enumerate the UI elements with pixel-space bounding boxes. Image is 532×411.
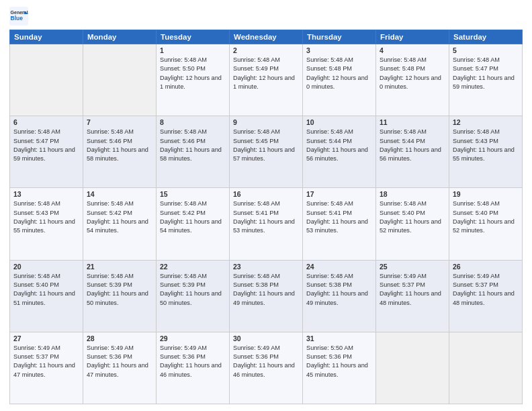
day-number: 28 — [87, 334, 152, 342]
day-number: 30 — [233, 334, 299, 342]
day-number: 10 — [306, 118, 372, 126]
day-number: 16 — [233, 190, 299, 198]
day-number: 21 — [87, 263, 152, 271]
calendar-cell: 6Sunrise: 5:48 AMSunset: 5:47 PMDaylight… — [10, 116, 83, 188]
logo-icon: General Blue — [9, 7, 28, 26]
calendar-cell: 11Sunrise: 5:48 AMSunset: 5:44 PMDayligh… — [376, 116, 449, 188]
day-detail: Sunrise: 5:48 AMSunset: 5:41 PMDaylight:… — [306, 199, 372, 235]
weekday-header-monday: Monday — [83, 30, 157, 44]
calendar-cell: 14Sunrise: 5:48 AMSunset: 5:42 PMDayligh… — [83, 188, 157, 260]
week-row-2: 13Sunrise: 5:48 AMSunset: 5:43 PMDayligh… — [10, 188, 523, 260]
day-number: 19 — [453, 190, 519, 198]
day-detail: Sunrise: 5:48 AMSunset: 5:43 PMDaylight:… — [13, 199, 79, 235]
calendar-cell: 30Sunrise: 5:49 AMSunset: 5:36 PMDayligh… — [230, 332, 303, 404]
day-detail: Sunrise: 5:48 AMSunset: 5:46 PMDaylight:… — [160, 128, 226, 163]
day-detail: Sunrise: 5:48 AMSunset: 5:39 PMDaylight:… — [160, 272, 226, 308]
week-row-4: 27Sunrise: 5:49 AMSunset: 5:37 PMDayligh… — [10, 332, 523, 404]
day-number: 29 — [160, 334, 226, 342]
day-detail: Sunrise: 5:49 AMSunset: 5:36 PMDaylight:… — [160, 344, 226, 379]
calendar-cell: 24Sunrise: 5:48 AMSunset: 5:38 PMDayligh… — [303, 260, 376, 332]
calendar-cell: 26Sunrise: 5:49 AMSunset: 5:37 PMDayligh… — [449, 260, 523, 332]
logo: General Blue — [9, 7, 28, 26]
day-detail: Sunrise: 5:48 AMSunset: 5:43 PMDaylight:… — [453, 128, 519, 163]
week-row-0: 1Sunrise: 5:48 AMSunset: 5:50 PMDaylight… — [10, 44, 523, 116]
day-number: 31 — [306, 334, 372, 342]
calendar-cell: 12Sunrise: 5:48 AMSunset: 5:43 PMDayligh… — [449, 116, 523, 188]
day-detail: Sunrise: 5:48 AMSunset: 5:44 PMDaylight:… — [306, 128, 372, 163]
header: General Blue — [9, 7, 523, 26]
calendar-table: SundayMondayTuesdayWednesdayThursdayFrid… — [9, 30, 523, 404]
day-detail: Sunrise: 5:48 AMSunset: 5:46 PMDaylight:… — [87, 128, 152, 163]
calendar-cell: 18Sunrise: 5:48 AMSunset: 5:40 PMDayligh… — [376, 188, 449, 260]
day-detail: Sunrise: 5:48 AMSunset: 5:39 PMDaylight:… — [87, 272, 152, 308]
day-detail: Sunrise: 5:48 AMSunset: 5:38 PMDaylight:… — [233, 272, 299, 308]
calendar-cell: 1Sunrise: 5:48 AMSunset: 5:50 PMDaylight… — [157, 44, 230, 116]
day-number: 24 — [306, 263, 372, 271]
weekday-header-friday: Friday — [376, 30, 449, 44]
day-detail: Sunrise: 5:48 AMSunset: 5:41 PMDaylight:… — [233, 199, 299, 235]
day-number: 23 — [233, 263, 299, 271]
day-detail: Sunrise: 5:48 AMSunset: 5:40 PMDaylight:… — [380, 199, 445, 235]
calendar-cell: 31Sunrise: 5:50 AMSunset: 5:36 PMDayligh… — [303, 332, 376, 404]
week-row-1: 6Sunrise: 5:48 AMSunset: 5:47 PMDaylight… — [10, 116, 523, 188]
day-detail: Sunrise: 5:49 AMSunset: 5:37 PMDaylight:… — [13, 344, 79, 379]
calendar-cell: 19Sunrise: 5:48 AMSunset: 5:40 PMDayligh… — [449, 188, 523, 260]
calendar-cell — [83, 44, 157, 116]
weekday-header-saturday: Saturday — [449, 30, 523, 44]
day-number: 9 — [233, 118, 299, 126]
day-detail: Sunrise: 5:48 AMSunset: 5:47 PMDaylight:… — [13, 128, 79, 163]
day-number: 12 — [453, 118, 519, 126]
calendar-cell: 2Sunrise: 5:48 AMSunset: 5:49 PMDaylight… — [230, 44, 303, 116]
day-detail: Sunrise: 5:48 AMSunset: 5:42 PMDaylight:… — [87, 199, 152, 235]
day-detail: Sunrise: 5:48 AMSunset: 5:42 PMDaylight:… — [160, 199, 226, 235]
calendar-cell: 8Sunrise: 5:48 AMSunset: 5:46 PMDaylight… — [157, 116, 230, 188]
day-number: 4 — [380, 46, 445, 54]
calendar-cell: 3Sunrise: 5:48 AMSunset: 5:48 PMDaylight… — [303, 44, 376, 116]
calendar-cell: 10Sunrise: 5:48 AMSunset: 5:44 PMDayligh… — [303, 116, 376, 188]
calendar-cell: 7Sunrise: 5:48 AMSunset: 5:46 PMDaylight… — [83, 116, 157, 188]
day-detail: Sunrise: 5:48 AMSunset: 5:40 PMDaylight:… — [13, 272, 79, 308]
day-number: 20 — [13, 263, 79, 271]
calendar-cell — [10, 44, 83, 116]
day-detail: Sunrise: 5:50 AMSunset: 5:36 PMDaylight:… — [306, 344, 372, 379]
calendar-cell — [449, 332, 523, 404]
day-number: 15 — [160, 190, 226, 198]
calendar-cell: 13Sunrise: 5:48 AMSunset: 5:43 PMDayligh… — [10, 188, 83, 260]
day-detail: Sunrise: 5:49 AMSunset: 5:37 PMDaylight:… — [380, 272, 445, 308]
weekday-header-thursday: Thursday — [303, 30, 376, 44]
weekday-header-tuesday: Tuesday — [157, 30, 230, 44]
calendar-cell: 23Sunrise: 5:48 AMSunset: 5:38 PMDayligh… — [230, 260, 303, 332]
day-number: 13 — [13, 190, 79, 198]
calendar-cell: 22Sunrise: 5:48 AMSunset: 5:39 PMDayligh… — [157, 260, 230, 332]
calendar-page: General Blue SundayMondayTuesdayWednesda… — [0, 0, 532, 411]
day-number: 25 — [380, 263, 445, 271]
calendar-cell — [376, 332, 449, 404]
day-detail: Sunrise: 5:49 AMSunset: 5:36 PMDaylight:… — [233, 344, 299, 379]
weekday-header-row: SundayMondayTuesdayWednesdayThursdayFrid… — [10, 30, 523, 44]
day-number: 2 — [233, 46, 299, 54]
calendar-cell: 25Sunrise: 5:49 AMSunset: 5:37 PMDayligh… — [376, 260, 449, 332]
day-detail: Sunrise: 5:48 AMSunset: 5:50 PMDaylight:… — [160, 56, 226, 91]
calendar-cell: 17Sunrise: 5:48 AMSunset: 5:41 PMDayligh… — [303, 188, 376, 260]
calendar-cell: 28Sunrise: 5:49 AMSunset: 5:36 PMDayligh… — [83, 332, 157, 404]
day-detail: Sunrise: 5:49 AMSunset: 5:36 PMDaylight:… — [87, 344, 152, 379]
week-row-3: 20Sunrise: 5:48 AMSunset: 5:40 PMDayligh… — [10, 260, 523, 332]
svg-text:Blue: Blue — [11, 15, 24, 21]
calendar-cell: 27Sunrise: 5:49 AMSunset: 5:37 PMDayligh… — [10, 332, 83, 404]
day-number: 6 — [13, 118, 79, 126]
day-detail: Sunrise: 5:48 AMSunset: 5:44 PMDaylight:… — [380, 128, 445, 163]
day-number: 1 — [160, 46, 226, 54]
calendar-cell: 29Sunrise: 5:49 AMSunset: 5:36 PMDayligh… — [157, 332, 230, 404]
day-detail: Sunrise: 5:48 AMSunset: 5:49 PMDaylight:… — [233, 56, 299, 91]
day-detail: Sunrise: 5:48 AMSunset: 5:40 PMDaylight:… — [453, 199, 519, 235]
day-number: 7 — [87, 118, 152, 126]
calendar-cell: 4Sunrise: 5:48 AMSunset: 5:48 PMDaylight… — [376, 44, 449, 116]
calendar-cell: 15Sunrise: 5:48 AMSunset: 5:42 PMDayligh… — [157, 188, 230, 260]
day-number: 26 — [453, 263, 519, 271]
day-number: 14 — [87, 190, 152, 198]
calendar-cell: 5Sunrise: 5:48 AMSunset: 5:47 PMDaylight… — [449, 44, 523, 116]
weekday-header-wednesday: Wednesday — [230, 30, 303, 44]
calendar-cell: 9Sunrise: 5:48 AMSunset: 5:45 PMDaylight… — [230, 116, 303, 188]
day-detail: Sunrise: 5:49 AMSunset: 5:37 PMDaylight:… — [453, 272, 519, 308]
day-detail: Sunrise: 5:48 AMSunset: 5:48 PMDaylight:… — [380, 56, 445, 91]
